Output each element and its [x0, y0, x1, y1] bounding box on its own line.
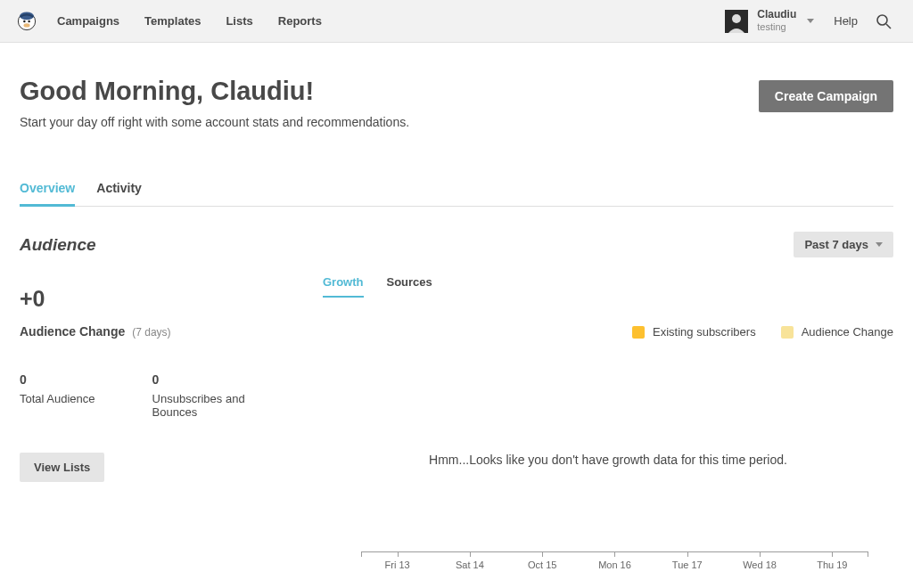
chart-tabs: Growth Sources	[323, 275, 893, 298]
chevron-down-icon	[807, 19, 814, 23]
svg-point-7	[877, 15, 887, 25]
primary-tabs: Overview Activity	[20, 181, 893, 207]
audience-change-period: (7 days)	[132, 326, 170, 339]
svg-point-2	[23, 20, 25, 21]
tab-overview[interactable]: Overview	[20, 181, 75, 207]
page-title: Good Morning, Claudiu!	[20, 77, 409, 106]
profile-menu[interactable]: Claudiu testing	[725, 9, 814, 32]
nav-reports[interactable]: Reports	[278, 14, 322, 28]
nav-lists[interactable]: Lists	[226, 14, 252, 28]
top-bar: Campaigns Templates Lists Reports Claudi…	[0, 0, 913, 43]
svg-line-8	[886, 24, 891, 29]
page-subtitle: Start your day off right with some accou…	[20, 115, 409, 129]
unsubscribes-value: 0	[152, 372, 268, 387]
total-audience-value: 0	[20, 372, 95, 387]
axis-tick: Tue 17	[651, 552, 723, 570]
view-lists-button[interactable]: View Lists	[20, 453, 104, 482]
search-icon[interactable]	[876, 13, 892, 29]
swatch-change	[781, 326, 794, 339]
section-title-audience: Audience	[20, 235, 96, 255]
unsubscribes-stat: 0 Unsubscribes and Bounces	[152, 372, 268, 419]
axis-tick: Sat 14	[433, 552, 506, 570]
date-range-label: Past 7 days	[804, 238, 868, 251]
audience-change-label: Audience Change	[20, 324, 125, 339]
empty-chart-message: Hmm...Looks like you don't have growth d…	[323, 453, 893, 467]
chart-x-axis: Fri 13 Sat 14 Oct 15 Mon 16 Tue 17 Wed 1…	[361, 551, 868, 570]
profile-text: Claudiu testing	[757, 9, 796, 32]
svg-point-6	[732, 14, 741, 23]
audience-change-value: +0	[20, 286, 317, 312]
chart-legend: Existing subscribers Audience Change	[323, 325, 893, 339]
legend-existing-label: Existing subscribers	[653, 325, 756, 339]
axis-tick: Wed 18	[723, 552, 795, 570]
subtab-sources[interactable]: Sources	[387, 275, 432, 298]
axis-tick: Oct 15	[506, 552, 579, 570]
avatar	[725, 10, 748, 33]
date-range-select[interactable]: Past 7 days	[794, 232, 893, 257]
legend-existing: Existing subscribers	[632, 325, 756, 339]
svg-point-3	[28, 20, 29, 21]
logo[interactable]	[14, 9, 39, 34]
chevron-down-icon	[876, 242, 883, 247]
nav-templates[interactable]: Templates	[144, 14, 201, 28]
unsubscribes-label: Unsubscribes and Bounces	[152, 392, 268, 419]
axis-tick: Mon 16	[579, 552, 651, 570]
profile-sub: testing	[757, 21, 796, 33]
profile-name: Claudiu	[757, 9, 796, 21]
subtab-growth[interactable]: Growth	[323, 275, 364, 298]
nav-campaigns[interactable]: Campaigns	[57, 14, 119, 28]
create-campaign-button[interactable]: Create Campaign	[759, 80, 893, 112]
main-nav: Campaigns Templates Lists Reports	[57, 14, 322, 28]
legend-change: Audience Change	[781, 325, 893, 339]
swatch-existing	[632, 326, 645, 339]
help-link[interactable]: Help	[834, 14, 858, 28]
axis-tick: Fri 13	[361, 552, 433, 570]
total-audience-label: Total Audience	[20, 392, 95, 405]
total-audience-stat: 0 Total Audience	[20, 372, 95, 419]
axis-tick: Thu 19	[796, 552, 868, 570]
svg-point-4	[24, 23, 30, 27]
legend-change-label: Audience Change	[802, 325, 893, 339]
tab-activity[interactable]: Activity	[96, 181, 142, 206]
